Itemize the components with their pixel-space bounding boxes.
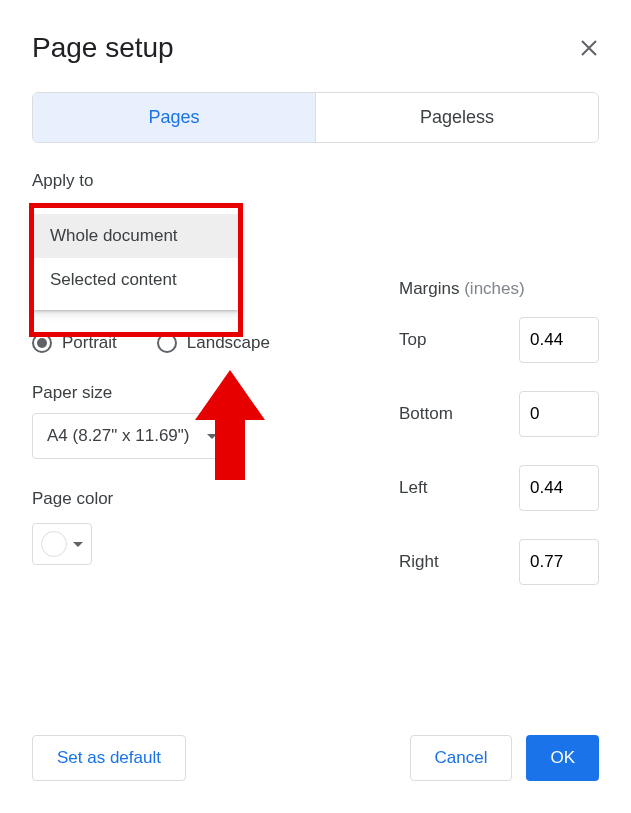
radio-icon (32, 333, 52, 353)
portrait-label: Portrait (62, 333, 117, 353)
margin-bottom-input[interactable] (519, 391, 599, 437)
chevron-down-icon (73, 542, 83, 547)
margin-bottom-label: Bottom (399, 404, 453, 424)
apply-to-dropdown: Whole document Selected content (32, 206, 240, 310)
landscape-label: Landscape (187, 333, 270, 353)
paper-size-label: Paper size (32, 383, 349, 403)
radio-icon (157, 333, 177, 353)
tabs: Pages Pageless (32, 92, 599, 143)
apply-to-label: Apply to (32, 171, 599, 191)
margin-right-label: Right (399, 552, 439, 572)
page-color-label: Page color (32, 489, 349, 509)
orientation-portrait[interactable]: Portrait (32, 333, 117, 353)
margins-unit: (inches) (464, 279, 524, 298)
color-swatch-icon (41, 531, 67, 557)
margin-right-input[interactable] (519, 539, 599, 585)
orientation-group: Portrait Landscape (32, 333, 349, 353)
close-icon[interactable] (579, 38, 599, 58)
set-default-button[interactable]: Set as default (32, 735, 186, 781)
paper-size-value: A4 (8.27" x 11.69") (47, 426, 189, 446)
tab-pages[interactable]: Pages (33, 93, 315, 142)
tab-pageless[interactable]: Pageless (315, 93, 598, 142)
margin-top-label: Top (399, 330, 426, 350)
ok-button[interactable]: OK (526, 735, 599, 781)
margins-label: Margins (inches) (399, 279, 599, 299)
margin-left-input[interactable] (519, 465, 599, 511)
paper-size-select[interactable]: A4 (8.27" x 11.69") (32, 413, 232, 459)
dialog-title: Page setup (32, 32, 174, 64)
margin-top-input[interactable] (519, 317, 599, 363)
margin-left-label: Left (399, 478, 427, 498)
page-color-select[interactable] (32, 523, 92, 565)
apply-to-option-selected[interactable]: Selected content (32, 258, 240, 302)
chevron-down-icon (207, 434, 217, 439)
cancel-button[interactable]: Cancel (410, 735, 513, 781)
orientation-landscape[interactable]: Landscape (157, 333, 270, 353)
apply-to-option-whole[interactable]: Whole document (32, 214, 240, 258)
